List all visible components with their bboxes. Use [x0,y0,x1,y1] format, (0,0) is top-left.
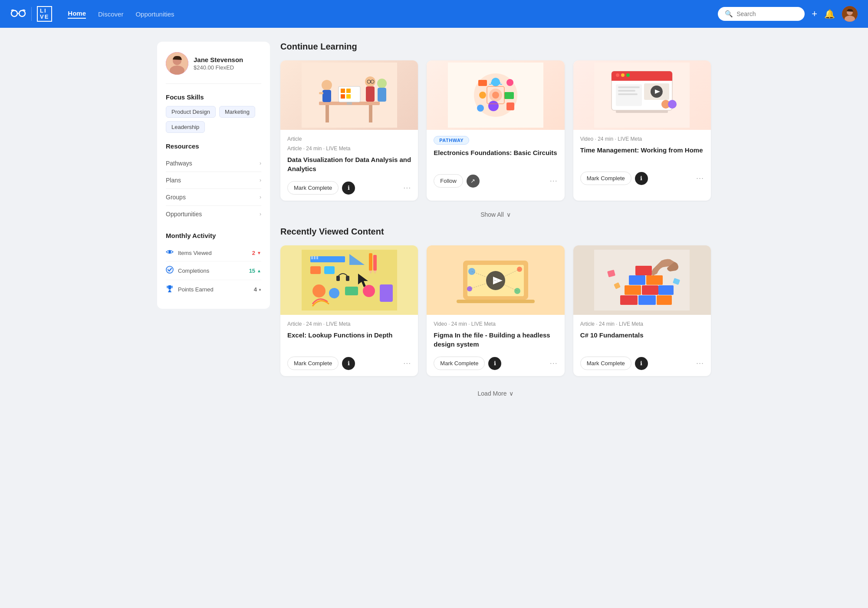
mark-complete-excel[interactable]: Mark Complete [287,357,339,370]
chevron-icon: › [260,194,261,200]
svg-rect-28 [378,88,386,102]
resource-groups[interactable]: Groups › [166,189,261,206]
more-button-data-viz[interactable]: ··· [403,183,411,192]
svg-rect-69 [324,266,335,274]
info-button-excel[interactable]: ℹ [342,357,355,370]
mark-complete-time-mgmt[interactable]: Mark Complete [580,172,631,185]
search-bar[interactable]: 🔍 [718,7,805,21]
chevron-down-load-icon: ∨ [509,390,513,397]
svg-rect-15 [369,105,372,122]
recently-viewed-grid: Article · 24 min · LIVE Meta Excel: Look… [280,245,711,376]
load-more-button[interactable]: Load More ∨ [478,390,514,397]
info-button-time-mgmt[interactable]: ℹ [635,172,648,185]
completions-label: Completions [178,268,245,274]
svg-rect-101 [635,266,652,275]
info-button-data-viz[interactable]: ℹ [342,182,355,195]
svg-rect-95 [657,295,672,305]
chevron-down-icon: ∨ [506,211,511,218]
svg-point-53 [616,73,619,77]
svg-rect-94 [638,295,656,305]
card-meta-detail: Article · 24 min · LIVE Meta [287,145,411,152]
card-meta-excel: Article · 24 min · LIVE Meta [287,321,411,327]
card-electronics: PATHWAY Electronics Foundations: Basic C… [427,60,564,201]
svg-rect-18 [341,89,345,93]
more-button-csharp[interactable]: ··· [696,359,704,368]
card-image-csharp [573,245,711,315]
focus-skills-list: Product Design Marketing Leadership [166,106,261,133]
neutral-indicator: ● [259,287,261,292]
resource-plans[interactable]: Plans › [166,172,261,189]
focus-skills-title: Focus Skills [166,93,261,101]
svg-rect-23 [322,90,331,102]
svg-rect-76 [380,284,393,302]
nav-opportunities[interactable]: Opportunities [135,10,174,18]
trend-up-icon: ▲ [257,268,261,273]
live-logo: LIVE [37,6,52,22]
svg-rect-57 [618,90,635,92]
svg-rect-59 [616,110,668,113]
activity-completions: Completions 15 ▲ [166,261,261,280]
svg-rect-47 [612,78,672,81]
svg-rect-21 [346,94,351,99]
card-title-figma: Figma In the file - Building a headless … [434,330,557,349]
nav-right: 🔍 + 🔔 [718,6,858,22]
activity-items-viewed: Items Viewed 2 ▼ [166,245,261,261]
mark-complete-data-viz[interactable]: Mark Complete [287,181,339,195]
share-button-electronics[interactable]: ↗ [467,175,480,188]
user-name: Jane Stevenson [194,56,243,63]
svg-point-0 [11,10,17,17]
resources-title: Resources [166,142,261,150]
card-title-excel: Excel: Lookup Functions in Depth [287,330,411,349]
svg-point-1 [19,10,25,17]
more-button-figma[interactable]: ··· [550,359,558,368]
user-avatar-nav[interactable] [842,6,858,22]
skill-product-design[interactable]: Product Design [166,106,216,118]
svg-rect-35 [506,79,513,86]
show-all-button[interactable]: Show All ∨ [480,211,511,218]
svg-point-54 [621,73,625,77]
notification-bell[interactable]: 🔔 [824,9,835,19]
skill-leadership[interactable]: Leadership [166,121,205,133]
activity-list: Items Viewed 2 ▼ Completions 15 ▲ [166,245,261,298]
svg-point-75 [363,285,375,297]
card-time-mgmt: Video · 24 min · LIVE Meta Time Manageme… [573,60,711,201]
more-button-electronics[interactable]: ··· [550,176,558,185]
card-meta-data-viz: Article [287,136,411,142]
add-button[interactable]: + [812,8,817,20]
svg-rect-93 [620,295,638,305]
user-details: Jane Stevenson $240.00 FlexED [194,56,243,71]
chevron-icon: › [260,177,261,183]
load-more-row: Load More ∨ [280,383,711,397]
card-body-excel: Article · 24 min · LIVE Meta Excel: Look… [280,315,418,376]
nav-discover[interactable]: Discover [98,10,123,18]
navbar: LIVE Home Discover Opportunities 🔍 + 🔔 [0,0,868,28]
more-button-time-mgmt[interactable]: ··· [696,174,704,183]
resource-opportunities[interactable]: Opportunities › [166,206,261,222]
svg-rect-56 [618,86,640,88]
card-meta-time-mgmt: Video · 24 min · LIVE Meta [580,136,704,142]
nav-home[interactable]: Home [68,10,86,19]
trend-down-icon: ▼ [257,251,261,255]
svg-rect-74 [345,287,358,295]
eye-icon [166,249,174,257]
card-image-data-viz [280,60,418,130]
search-input[interactable] [736,10,797,17]
resource-pathways[interactable]: Pathways › [166,155,261,172]
user-balance: $240.00 FlexED [194,64,243,71]
info-button-csharp[interactable]: ℹ [635,357,648,370]
svg-rect-65 [316,256,318,259]
svg-rect-10 [169,290,171,291]
svg-point-34 [491,78,500,86]
mark-complete-figma[interactable]: Mark Complete [434,357,485,370]
follow-button-electronics[interactable]: Follow [434,174,463,188]
card-image-time-mgmt [573,60,711,130]
skill-marketing[interactable]: Marketing [219,106,255,118]
points-earned-value: 4 ● [254,286,261,293]
more-button-excel[interactable]: ··· [403,359,411,368]
mark-complete-csharp[interactable]: Mark Complete [580,357,631,370]
svg-rect-20 [341,94,345,99]
card-body-csharp: Article · 24 min · LIVE Meta C# 10 Funda… [573,315,711,376]
svg-point-40 [477,105,484,112]
card-body-electronics: PATHWAY Electronics Foundations: Basic C… [427,130,564,194]
info-button-figma[interactable]: ℹ [488,357,501,370]
